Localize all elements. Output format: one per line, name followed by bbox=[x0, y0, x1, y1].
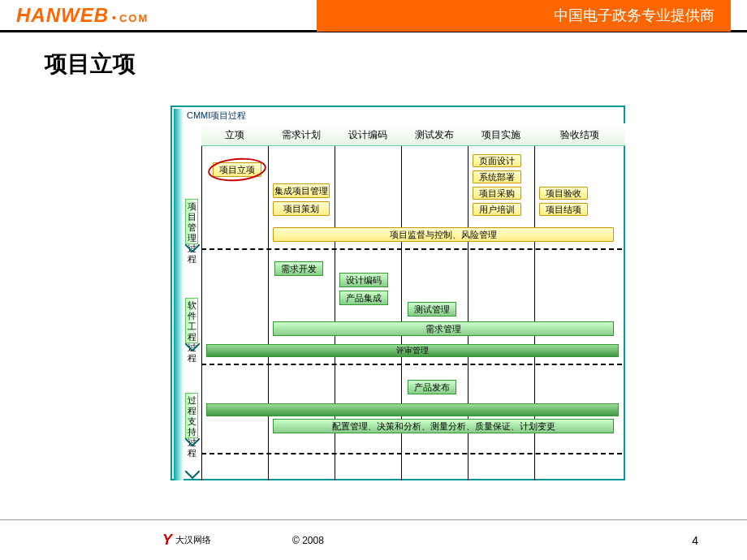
diagram-title: CMMI项目过程 bbox=[187, 110, 246, 122]
column-headers: 立项 需求计划 设计编码 测试发布 项目实施 验收结项 bbox=[201, 123, 622, 146]
header-bar: HANWEB • COM 中国电子政务专业提供商 bbox=[0, 0, 747, 32]
col-header: 立项 bbox=[201, 123, 268, 146]
row-label-se: 软件工程过程 bbox=[185, 298, 198, 343]
box: 测试管理 bbox=[408, 302, 456, 317]
box: 用户培训 bbox=[473, 203, 521, 216]
logo-block: HANWEB • COM bbox=[16, 4, 149, 27]
chevron-down-icon bbox=[185, 471, 200, 479]
gradient-bar bbox=[206, 403, 619, 416]
box: 产品集成 bbox=[339, 291, 388, 305]
slide-title: 项目立项 bbox=[0, 32, 747, 88]
chevron-down-icon bbox=[185, 244, 200, 252]
logo-com: COM bbox=[119, 12, 149, 24]
box: 项目验收 bbox=[539, 187, 588, 200]
cmmi-diagram: CMMI项目过程 立项 需求计划 设计编码 测试发布 项目实施 验收结项 项目管… bbox=[171, 106, 625, 480]
span-box: 需求管理 bbox=[273, 321, 614, 336]
box: 页面设计 bbox=[473, 154, 521, 167]
logo-text: HANWEB bbox=[16, 4, 109, 27]
chevron-down-icon bbox=[185, 343, 200, 351]
span-box: 配置管理、决策和分析、测量分析、质量保证、计划变更 bbox=[273, 419, 614, 433]
col-header: 验收结项 bbox=[534, 123, 625, 146]
box: 项目结项 bbox=[539, 203, 588, 216]
tagline: 中国电子政务专业提供商 bbox=[317, 0, 731, 32]
diagram-gradient-strip bbox=[174, 109, 184, 480]
col-header: 设计编码 bbox=[335, 123, 401, 146]
box: 项目策划 bbox=[273, 201, 330, 216]
box: 设计编码 bbox=[339, 273, 388, 287]
page-number: 4 bbox=[692, 534, 698, 547]
row-label-pm: 项目管理过程 bbox=[185, 199, 198, 244]
chevron-down-icon bbox=[185, 438, 200, 446]
box: 集成项目管理 bbox=[273, 183, 330, 198]
box: 需求开发 bbox=[274, 261, 323, 276]
logo-dot: • bbox=[112, 11, 116, 24]
footer-logo-icon: Y bbox=[162, 532, 172, 549]
grid-line bbox=[201, 123, 202, 480]
row-label-support: 过程支持过程 bbox=[185, 393, 198, 438]
col-header: 需求计划 bbox=[268, 123, 335, 146]
footer-logo: Y 大汉网络 bbox=[162, 532, 211, 549]
footer: Y 大汉网络 © 2008 4 bbox=[0, 519, 747, 560]
box: 产品发布 bbox=[408, 380, 456, 394]
red-highlight-circle bbox=[207, 156, 267, 183]
row-separator bbox=[201, 248, 622, 250]
footer-logo-text: 大汉网络 bbox=[175, 534, 211, 546]
col-header: 测试发布 bbox=[401, 123, 468, 146]
grid-line bbox=[268, 123, 269, 480]
span-box: 项目监督与控制、风险管理 bbox=[273, 227, 614, 242]
span-box: 评审管理 bbox=[206, 344, 619, 357]
box: 项目采购 bbox=[473, 187, 521, 200]
copyright: © 2008 bbox=[292, 535, 324, 546]
row-separator bbox=[201, 453, 622, 454]
row-separator bbox=[201, 364, 622, 365]
col-header: 项目实施 bbox=[468, 123, 534, 146]
box: 系统部署 bbox=[473, 170, 521, 183]
